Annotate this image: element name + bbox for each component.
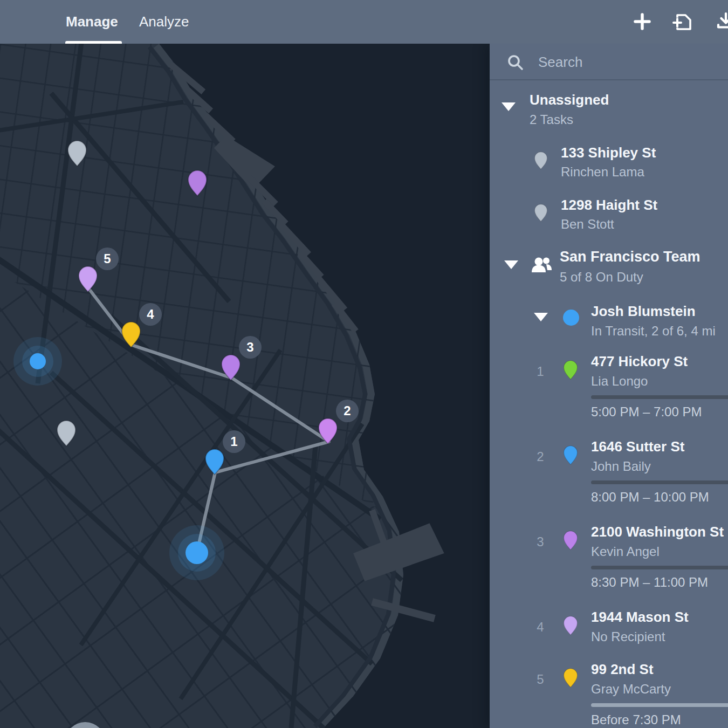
task-sidebar: Unassigned 2 Tasks 133 Shipley St Rinche… xyxy=(490,44,728,728)
stop-time: 8:30 PM – 11:00 PM xyxy=(591,575,708,590)
map-svg: 54321 xyxy=(0,44,490,728)
driver-status: In Transit, 2 of 6, 4 mi xyxy=(591,324,716,339)
top-navigation-bar: Manage Analyze xyxy=(0,0,728,44)
stop-row[interactable]: 2 1646 Sutter St John Baily 8:00 PM – 10… xyxy=(490,438,728,524)
stop-row[interactable]: 1 477 Hickory St Lia Longo 5:00 PM – 7:0… xyxy=(490,353,728,438)
search-icon xyxy=(507,54,524,71)
svg-text:4: 4 xyxy=(147,307,154,321)
stop-number-badge: 5 xyxy=(96,248,119,270)
stop-pin-icon xyxy=(563,445,578,465)
driver-location-dot[interactable] xyxy=(169,525,224,580)
stop-pin-icon xyxy=(563,360,578,380)
stop-number-badge: 1 xyxy=(223,430,245,453)
unassigned-task-row[interactable]: 133 Shipley St Rinchen Lama xyxy=(490,145,728,193)
team-title: San Francisco Team xyxy=(560,249,700,265)
stop-recipient: Lia Longo xyxy=(591,374,648,389)
svg-text:1: 1 xyxy=(230,434,237,449)
driver-status-dot xyxy=(562,309,580,326)
task-pin-icon xyxy=(534,152,548,170)
task-address: 133 Shipley St xyxy=(561,145,656,161)
stop-row[interactable]: 3 2100 Washington St Kevin Angel 8:30 PM… xyxy=(490,524,728,609)
stop-address: 99 2nd St xyxy=(591,661,654,678)
svg-text:2: 2 xyxy=(344,403,351,418)
team-icon xyxy=(530,254,553,278)
stop-number-badge: 4 xyxy=(139,303,162,326)
chevron-down-icon[interactable] xyxy=(534,313,548,321)
stop-time: 8:00 PM – 10:00 PM xyxy=(591,490,709,505)
stop-number-badge: 3 xyxy=(239,336,262,359)
driver-name: Josh Blumstein xyxy=(591,303,696,320)
unassigned-task-row[interactable]: 1298 Haight St Ben Stott xyxy=(490,197,728,245)
driver-location-dot[interactable] xyxy=(13,337,62,386)
stop-number: 4 xyxy=(530,620,551,635)
task-recipient: Rinchen Lama xyxy=(561,164,644,180)
map-canvas[interactable]: 54321 xyxy=(0,44,490,728)
stop-address: 2100 Washington St xyxy=(591,524,724,540)
time-window-bar xyxy=(591,566,728,569)
stop-recipient: John Baily xyxy=(591,459,651,474)
download-icon[interactable] xyxy=(715,11,728,33)
plus-icon[interactable] xyxy=(632,11,653,32)
section-subtitle: 2 Tasks xyxy=(530,112,573,127)
time-window-bar xyxy=(591,395,728,399)
stop-pin-icon xyxy=(563,531,578,551)
stop-recipient: Kevin Angel xyxy=(591,544,660,559)
stop-address: 1646 Sutter St xyxy=(591,438,684,455)
import-task-icon[interactable] xyxy=(672,11,693,33)
stop-number: 2 xyxy=(530,449,551,464)
task-address: 1298 Haight St xyxy=(561,197,657,214)
active-tab-underline xyxy=(65,41,122,44)
section-unassigned[interactable]: Unassigned 2 Tasks xyxy=(490,92,728,140)
stop-number: 5 xyxy=(530,672,551,687)
team-subtitle: 5 of 8 On Duty xyxy=(560,270,643,285)
svg-text:5: 5 xyxy=(104,251,111,266)
stop-pin-icon xyxy=(563,616,578,636)
stop-time: 5:00 PM – 7:00 PM xyxy=(591,404,702,420)
stop-row[interactable]: 5 99 2nd St Gray McCarty Before 7:30 PM xyxy=(490,661,728,728)
time-window-bar xyxy=(591,480,728,484)
chevron-down-icon[interactable] xyxy=(502,102,516,111)
svg-text:3: 3 xyxy=(246,340,253,354)
tab-analyze[interactable]: Analyze xyxy=(139,13,189,30)
stop-number: 1 xyxy=(530,364,551,379)
stop-time: Before 7:30 PM xyxy=(591,712,681,727)
stop-number: 3 xyxy=(530,534,551,550)
stop-row[interactable]: 4 1944 Mason St No Recipient xyxy=(490,609,728,661)
task-recipient: Ben Stott xyxy=(561,217,614,232)
stop-address: 1944 Mason St xyxy=(591,609,689,626)
time-window-bar xyxy=(591,703,728,707)
section-title: Unassigned xyxy=(530,92,609,108)
task-pin-icon xyxy=(534,204,548,222)
stop-number-badge: 2 xyxy=(336,400,359,422)
chevron-down-icon[interactable] xyxy=(504,260,518,269)
stop-recipient: No Recipient xyxy=(591,629,665,644)
stop-address: 477 Hickory St xyxy=(591,353,688,370)
section-team[interactable]: San Francisco Team 5 of 8 On Duty xyxy=(490,249,728,297)
tab-manage[interactable]: Manage xyxy=(66,13,118,30)
search-bar[interactable] xyxy=(490,44,728,80)
driver-row[interactable]: Josh Blumstein In Transit, 2 of 6, 4 mi xyxy=(490,303,728,346)
stop-recipient: Gray McCarty xyxy=(591,682,671,697)
stop-pin-icon xyxy=(563,668,578,688)
search-input[interactable] xyxy=(537,49,717,75)
